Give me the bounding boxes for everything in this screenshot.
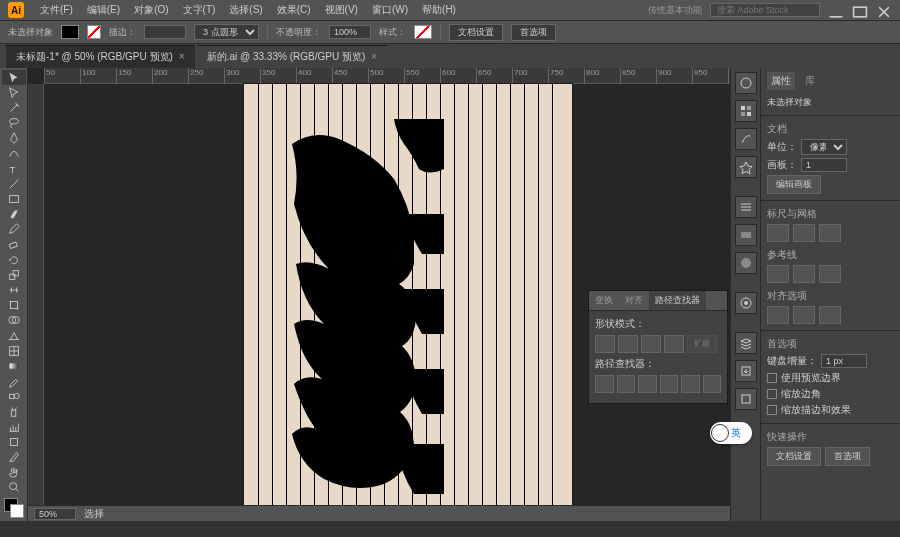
trim-button[interactable] (617, 375, 636, 393)
brushes-panel-icon[interactable] (735, 128, 757, 150)
rotate-tool[interactable] (2, 252, 26, 267)
menu-view[interactable]: 视图(V) (319, 3, 364, 17)
stroke-weight-input[interactable] (144, 25, 186, 39)
lock-guides-toggle[interactable] (819, 265, 841, 283)
zoom-tool[interactable] (2, 480, 26, 495)
snap-point[interactable] (793, 306, 815, 324)
pencil-tool[interactable] (2, 222, 26, 237)
scale-corners-checkbox[interactable] (767, 389, 777, 399)
key-increment-input[interactable] (821, 354, 867, 368)
direct-selection-tool[interactable] (2, 85, 26, 100)
maximize-button[interactable] (852, 4, 868, 16)
eyedropper-tool[interactable] (2, 373, 26, 388)
pathfinder-tab[interactable]: 路径查找器 (649, 291, 706, 310)
symbol-sprayer-tool[interactable] (2, 404, 26, 419)
menu-help[interactable]: 帮助(H) (416, 3, 462, 17)
width-tool[interactable] (2, 282, 26, 297)
brush-select[interactable]: 3 点圆形 (194, 24, 259, 40)
color-panel-icon[interactable] (735, 72, 757, 94)
intersect-button[interactable] (641, 335, 661, 353)
gradient-tool[interactable] (2, 358, 26, 373)
blend-tool[interactable] (2, 389, 26, 404)
zoom-input[interactable] (34, 508, 76, 520)
close-tab-icon[interactable]: × (371, 51, 377, 62)
pathfinder-panel[interactable]: 变换 对齐 路径查找器 形状模式： 扩展 路径查找器： (588, 290, 728, 404)
quick-prefs[interactable]: 首选项 (825, 447, 870, 466)
divide-button[interactable] (595, 375, 614, 393)
layers-panel-icon[interactable] (735, 332, 757, 354)
artboard[interactable] (244, 84, 572, 514)
menu-file[interactable]: 文件(F) (34, 3, 79, 17)
asset-export-panel-icon[interactable] (735, 360, 757, 382)
ime-indicator[interactable]: 英 (710, 422, 752, 444)
magic-wand-tool[interactable] (2, 100, 26, 115)
menu-edit[interactable]: 编辑(E) (81, 3, 126, 17)
stroke-swatch[interactable] (87, 25, 101, 39)
swatches-panel-icon[interactable] (735, 100, 757, 122)
exclude-button[interactable] (664, 335, 684, 353)
edit-artboards-button[interactable]: 编辑画板 (767, 175, 821, 194)
pen-tool[interactable] (2, 131, 26, 146)
document-tab-1[interactable]: 未标题-1* @ 50% (RGB/GPU 预览)× (6, 45, 195, 68)
snap-pixel[interactable] (767, 306, 789, 324)
paintbrush-tool[interactable] (2, 207, 26, 222)
menu-effect[interactable]: 效果(C) (271, 3, 317, 17)
close-tab-icon[interactable]: × (179, 51, 185, 62)
hand-tool[interactable] (2, 464, 26, 479)
stroke-panel-icon[interactable] (735, 196, 757, 218)
menu-type[interactable]: 文字(T) (177, 3, 222, 17)
rectangle-tool[interactable] (2, 191, 26, 206)
transform-tab[interactable]: 变换 (589, 291, 619, 310)
appearance-panel-icon[interactable] (735, 292, 757, 314)
expand-button[interactable]: 扩展 (687, 335, 717, 353)
snap-grid[interactable] (819, 306, 841, 324)
guides-toggle[interactable] (767, 265, 789, 283)
align-tab[interactable]: 对齐 (619, 291, 649, 310)
search-input[interactable] (710, 3, 820, 17)
free-transform-tool[interactable] (2, 298, 26, 313)
artboard-tool[interactable] (2, 434, 26, 449)
menu-object[interactable]: 对象(O) (128, 3, 174, 17)
type-tool[interactable]: T (2, 161, 26, 176)
mesh-tool[interactable] (2, 343, 26, 358)
eraser-tool[interactable] (2, 237, 26, 252)
transparency-panel-icon[interactable] (735, 252, 757, 274)
grid-toggle[interactable] (793, 224, 815, 242)
line-tool[interactable] (2, 176, 26, 191)
units-select[interactable]: 像素 (801, 139, 847, 155)
transparency-grid-toggle[interactable] (819, 224, 841, 242)
artboard-input[interactable] (801, 158, 847, 172)
unite-button[interactable] (595, 335, 615, 353)
scale-tool[interactable] (2, 267, 26, 282)
minus-back-button[interactable] (703, 375, 722, 393)
merge-button[interactable] (638, 375, 657, 393)
smart-guides-toggle[interactable] (793, 265, 815, 283)
style-swatch[interactable] (414, 25, 432, 39)
selection-tool[interactable] (2, 70, 26, 85)
menu-select[interactable]: 选择(S) (223, 3, 268, 17)
stroke-color[interactable] (10, 504, 24, 518)
document-tab-2[interactable]: 新的.ai @ 33.33% (RGB/GPU 预览)× (197, 45, 387, 68)
menu-window[interactable]: 窗口(W) (366, 3, 414, 17)
ruler-toggle[interactable] (767, 224, 789, 242)
scale-strokes-checkbox[interactable] (767, 405, 777, 415)
crop-button[interactable] (660, 375, 679, 393)
fill-swatch[interactable] (61, 25, 79, 39)
minimize-button[interactable] (828, 4, 844, 16)
perspective-grid-tool[interactable] (2, 328, 26, 343)
minus-front-button[interactable] (618, 335, 638, 353)
shape-builder-tool[interactable] (2, 313, 26, 328)
properties-tab[interactable]: 属性 (767, 72, 795, 90)
quick-doc-setup[interactable]: 文档设置 (767, 447, 821, 466)
prefs-button[interactable]: 首选项 (511, 24, 556, 41)
artboards-panel-icon[interactable] (735, 388, 757, 410)
outline-button[interactable] (681, 375, 700, 393)
slice-tool[interactable] (2, 449, 26, 464)
preview-bounds-checkbox[interactable] (767, 373, 777, 383)
doc-setup-button[interactable]: 文档设置 (449, 24, 503, 41)
curvature-tool[interactable] (2, 146, 26, 161)
workspace-switcher[interactable]: 传统基本功能 (642, 4, 708, 17)
opacity-input[interactable] (329, 25, 371, 39)
gradient-panel-icon[interactable] (735, 224, 757, 246)
graph-tool[interactable] (2, 419, 26, 434)
